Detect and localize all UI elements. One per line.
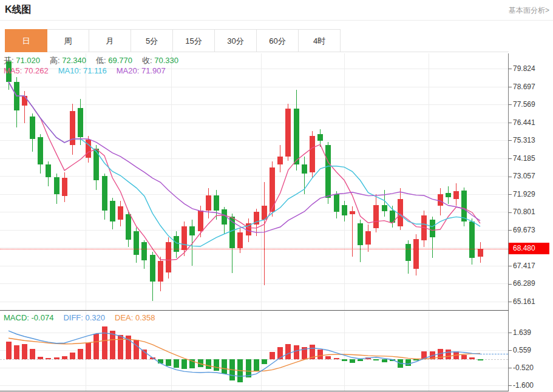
- tick-value: 76.441: [513, 118, 535, 127]
- tick-value: 65.161: [513, 297, 535, 306]
- tab-15分[interactable]: 15分: [172, 29, 215, 52]
- tick-value: 1.639: [513, 328, 531, 337]
- tick-dash: [509, 266, 512, 266]
- tick-dash: [509, 123, 512, 123]
- tab-周[interactable]: 周: [47, 29, 89, 52]
- price-tick-label: 75.313: [509, 136, 535, 144]
- tick-dash: [509, 177, 512, 177]
- macd-info-row: MACD: -0.074DIFF: 0.320DEA: 0.358: [4, 313, 165, 322]
- price-tick-label: 65.161: [509, 297, 535, 306]
- info-item: DEA: 0.358: [115, 313, 155, 322]
- tick-value: 69.673: [513, 226, 535, 234]
- price-tick-label: 73.057: [509, 172, 535, 180]
- tab-60分[interactable]: 60分: [256, 29, 299, 52]
- tick-dash: [509, 230, 512, 231]
- tick-value: -0.520: [513, 363, 534, 372]
- tick-value: 0.559: [513, 346, 531, 354]
- main-candle-chart[interactable]: 开: 71.020高: 72.340低: 69.770收: 70.330 MA5…: [0, 53, 508, 310]
- ma5-line: [8, 82, 480, 260]
- tick-dash: [509, 194, 512, 195]
- tick-value: 77.569: [513, 100, 535, 109]
- tick-value: 79.824: [513, 64, 535, 73]
- period-tabs: 日周月5分15分30分60分4时: [5, 29, 509, 52]
- tab-月[interactable]: 月: [89, 29, 131, 52]
- info-item: DIFF: 0.320: [63, 313, 105, 322]
- tick-dash: [509, 385, 512, 386]
- tick-value: 70.801: [513, 208, 535, 216]
- ma20-line: [8, 82, 480, 232]
- info-item: MACD: -0.074: [4, 313, 53, 322]
- macd-tick-label: -1.600: [509, 381, 534, 390]
- price-tick-label: 70.801: [509, 208, 535, 216]
- tick-dash: [509, 284, 512, 285]
- ma-info-row: MA5: 70.262MA10: 71.116MA20: 71.907: [4, 66, 175, 75]
- diff-projection-line: [480, 354, 508, 354]
- tick-value: 66.289: [513, 279, 535, 288]
- price-tick-label: 78.697: [509, 83, 535, 91]
- last-price-line: [0, 249, 508, 249]
- tick-dash: [509, 158, 512, 159]
- macd-tick-label: 0.559: [509, 346, 531, 354]
- tab-日[interactable]: 日: [5, 29, 47, 52]
- price-axis-line: [508, 53, 509, 391]
- info-item: 收: 70.330: [142, 56, 178, 65]
- tick-value: 71.929: [513, 190, 535, 198]
- tick-dash: [509, 140, 512, 141]
- tick-value: 67.417: [513, 262, 535, 270]
- info-item: 高: 72.340: [50, 56, 86, 65]
- tick-dash: [509, 350, 512, 351]
- topbar: K线图 基本面分析>: [0, 0, 553, 20]
- fundamental-analysis-link[interactable]: 基本面分析>: [509, 5, 549, 16]
- tab-5分[interactable]: 5分: [131, 29, 173, 52]
- diff-line: [8, 331, 480, 376]
- tick-value: -1.600: [513, 381, 534, 390]
- tick-dash: [509, 69, 512, 69]
- price-tick-label: 79.824: [509, 64, 535, 73]
- ma10-line: [8, 82, 480, 246]
- price-tick-label: 74.185: [509, 154, 535, 163]
- tab-30分[interactable]: 30分: [214, 29, 257, 52]
- tick-dash: [509, 302, 512, 302]
- price-tick-label: 71.929: [509, 190, 535, 198]
- price-tick-label: 77.569: [509, 100, 535, 109]
- header-divider: [0, 20, 553, 21]
- last-price-badge: 68.480: [509, 243, 549, 254]
- macd-lines-overlay: [0, 311, 508, 391]
- tick-dash: [509, 104, 512, 105]
- price-tick-label: 66.289: [509, 279, 535, 288]
- page-title: K线图: [5, 4, 32, 16]
- info-item: 低: 69.770: [96, 56, 132, 65]
- tick-value: 74.185: [513, 154, 535, 163]
- tick-value: 78.697: [513, 83, 535, 91]
- ohlc-info-row: 开: 71.020高: 72.340低: 69.770收: 70.330: [4, 55, 188, 66]
- price-tick-label: 67.417: [509, 262, 535, 270]
- info-item: MA20: 71.907: [117, 66, 166, 75]
- tick-dash: [509, 87, 512, 87]
- macd-tick-label: 1.639: [509, 328, 531, 337]
- info-item: MA5: 70.262: [4, 66, 49, 75]
- price-tick-label: 76.441: [509, 118, 535, 127]
- panel-separator: [0, 310, 509, 311]
- macd-chart[interactable]: MACD: -0.074DIFF: 0.320DEA: 0.358: [0, 311, 508, 391]
- macd-tick-label: -0.520: [509, 363, 534, 372]
- tick-dash: [509, 333, 512, 333]
- chart-bottom-border: [0, 391, 509, 391]
- ma-lines-overlay: [0, 53, 508, 310]
- tick-dash: [509, 212, 512, 213]
- dea-line: [8, 338, 480, 371]
- tick-value: 73.057: [513, 172, 535, 180]
- tick-value: 75.313: [513, 136, 535, 144]
- tick-dash: [509, 368, 512, 368]
- price-tick-label: 69.673: [509, 226, 535, 234]
- tab-4时[interactable]: 4时: [298, 29, 341, 52]
- info-item: MA10: 71.116: [58, 66, 107, 75]
- info-item: 开: 71.020: [4, 56, 40, 65]
